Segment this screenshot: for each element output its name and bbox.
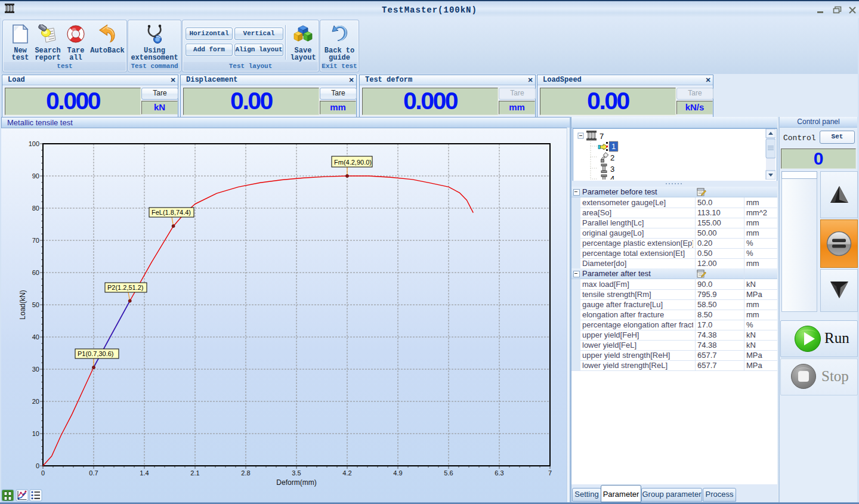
svg-text:0.7: 0.7 [89,469,98,477]
svg-text:P1(0.7,30.6): P1(0.7,30.6) [78,350,114,357]
svg-text:0: 0 [36,462,39,469]
svg-text:5.6: 5.6 [444,469,453,477]
svg-text:6.3: 6.3 [495,469,503,477]
svg-text:40: 40 [32,333,39,341]
svg-text:Fm(4.2,90.0): Fm(4.2,90.0) [334,159,372,166]
svg-text:10: 10 [32,430,39,437]
svg-text:2: 2 [610,153,614,162]
svg-text:80: 80 [32,205,39,212]
svg-text:100: 100 [29,140,39,147]
svg-text:FeL(1.8,74.4): FeL(1.8,74.4) [152,209,191,216]
svg-text:3: 3 [610,165,614,174]
svg-text:50: 50 [32,301,39,308]
svg-text:4.2: 4.2 [342,469,351,477]
svg-text:7: 7 [600,132,604,141]
svg-text:7: 7 [548,469,552,477]
svg-text:1.4: 1.4 [140,469,149,477]
svg-text:60: 60 [32,269,39,276]
svg-text:4.9: 4.9 [393,469,402,477]
svg-text:20: 20 [32,398,39,405]
svg-text:0: 0 [41,469,45,477]
svg-text:3.5: 3.5 [292,469,301,477]
svg-text:Deform(mm): Deform(mm) [276,478,316,487]
svg-text:P2(1.2,51.2): P2(1.2,51.2) [107,284,144,291]
svg-text:2.8: 2.8 [241,469,250,477]
svg-text:70: 70 [32,237,39,244]
svg-text:90: 90 [32,172,39,180]
svg-text:Load(kN): Load(kN) [18,290,27,319]
svg-text:2.1: 2.1 [190,469,199,477]
svg-text:1: 1 [611,142,616,151]
svg-text:30: 30 [32,366,39,373]
svg-text:4: 4 [610,174,614,180]
